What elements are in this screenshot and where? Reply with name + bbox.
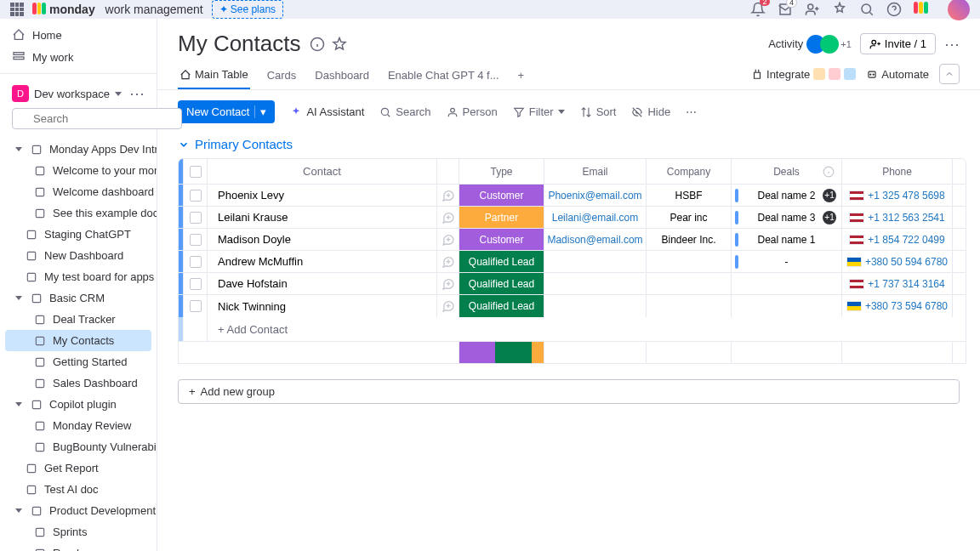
board-menu-icon[interactable]: ⋯ — [944, 35, 960, 54]
board-title[interactable]: My Contacts — [178, 31, 301, 57]
apps-marketplace-icon[interactable] — [832, 2, 847, 17]
row-checkbox[interactable] — [184, 207, 208, 228]
updates-icon[interactable] — [437, 295, 459, 317]
sidebar-item[interactable]: Sprints — [0, 521, 157, 542]
row-checkbox[interactable] — [184, 229, 208, 250]
type-cell[interactable]: Qualified Lead — [459, 273, 544, 294]
email-cell[interactable]: Leilani@email.com — [544, 207, 647, 228]
company-cell[interactable]: HSBF — [647, 185, 732, 206]
add-contact-row[interactable]: + Add Contact — [208, 317, 966, 341]
email-cell[interactable]: Madison@email.com — [544, 229, 647, 250]
row-checkbox[interactable] — [184, 251, 208, 272]
integrate-button[interactable]: Integrate — [751, 68, 856, 81]
sidebar-item[interactable]: Deal Tracker — [0, 309, 157, 330]
email-cell[interactable] — [544, 295, 647, 317]
updates-icon[interactable] — [437, 251, 459, 272]
table-row[interactable]: Madison DoyleCustomerMadison@email.comBi… — [179, 229, 966, 251]
tab-cards[interactable]: Cards — [265, 65, 299, 88]
contact-name-cell[interactable]: Madison Doyle — [208, 229, 437, 250]
type-cell[interactable]: Customer — [459, 185, 544, 206]
sidebar-item[interactable]: BugBounty Vulnerabiliti... — [0, 436, 157, 457]
table-row[interactable]: Dave HofstainQualified Lead+1 737 314 31… — [179, 273, 966, 295]
phone-cell[interactable]: +1 312 563 2541 — [842, 207, 953, 228]
tab-gpt[interactable]: Enable Chat GPT 4 f... — [386, 65, 501, 88]
group-header[interactable]: Primary Contacts — [157, 133, 980, 155]
sidebar-item[interactable]: Welcome to your mond... — [0, 160, 157, 181]
type-cell[interactable]: Partner — [459, 207, 544, 228]
email-cell[interactable] — [544, 251, 647, 272]
phone-cell[interactable]: +380 73 594 6780 — [842, 295, 953, 317]
search-icon[interactable] — [859, 2, 875, 17]
contact-name-cell[interactable]: Leilani Krause — [208, 207, 437, 228]
workspace-selector[interactable]: D Dev workspace ⋯ — [0, 79, 157, 108]
sidebar-item[interactable]: Basic CRM — [0, 287, 157, 309]
sort-button[interactable]: Sort — [580, 105, 617, 118]
row-checkbox[interactable] — [184, 295, 208, 317]
tab-dashboard[interactable]: Dashboard — [313, 65, 371, 88]
col-email[interactable]: Email — [544, 159, 647, 184]
search-button[interactable]: Search — [379, 105, 430, 118]
workspace-menu-icon[interactable]: ⋯ — [129, 84, 145, 103]
col-type[interactable]: Type — [459, 159, 544, 184]
contact-name-cell[interactable]: Dave Hofstain — [208, 273, 437, 294]
deals-cell[interactable] — [732, 295, 842, 317]
new-contact-button[interactable]: New Contact▾ — [178, 100, 275, 123]
ai-assistant-button[interactable]: AI Assistant — [290, 105, 364, 118]
sidebar-item[interactable]: Welcome dashboard — [0, 181, 157, 202]
email-cell[interactable] — [544, 273, 647, 294]
col-contact[interactable]: Contact — [208, 159, 437, 184]
apps-menu-icon[interactable] — [10, 3, 24, 16]
person-filter-button[interactable]: Person — [447, 105, 498, 118]
product-logo[interactable]: monday work management — [32, 3, 203, 16]
email-cell[interactable]: Phoenix@email.com — [544, 185, 647, 206]
deals-cell[interactable]: Deal name 3+1 — [732, 207, 842, 228]
board-subscribers[interactable]: +1 — [812, 35, 852, 54]
sidebar-item[interactable]: Roadmap — [0, 542, 157, 551]
table-row[interactable]: Nick TwinningQualified Lead+380 73 594 6… — [179, 295, 966, 317]
col-phone[interactable]: Phone — [842, 159, 953, 184]
sidebar-item[interactable]: Getting Started — [0, 351, 157, 372]
nav-mywork[interactable]: My work — [0, 46, 157, 68]
activity-label[interactable]: Activity — [768, 37, 803, 50]
collapse-header-button[interactable] — [939, 64, 960, 84]
phone-cell[interactable]: +1 854 722 0499 — [842, 229, 953, 250]
inbox-icon[interactable]: 4 — [778, 2, 793, 17]
notifications-icon[interactable]: 2 — [750, 2, 766, 17]
phone-cell[interactable]: +1 325 478 5698 — [842, 185, 953, 206]
help-icon[interactable] — [886, 2, 902, 17]
deals-cell[interactable] — [732, 273, 842, 294]
updates-icon[interactable] — [437, 229, 459, 250]
table-row[interactable]: Andrew McMuffinQualified Lead-+380 50 59… — [179, 251, 966, 273]
updates-icon[interactable] — [437, 185, 459, 206]
phone-cell[interactable]: +380 50 594 6780 — [842, 251, 953, 272]
updates-icon[interactable] — [437, 273, 459, 294]
sidebar-item[interactable]: Get Report — [0, 457, 157, 479]
invite-button[interactable]: Invite / 1 — [860, 33, 936, 54]
sidebar-item[interactable]: See this example doc 👇 — [0, 202, 157, 224]
phone-cell[interactable]: +1 737 314 3164 — [842, 273, 953, 294]
sidebar-item[interactable]: Product Development — [0, 500, 157, 521]
deals-cell[interactable]: - — [732, 251, 842, 272]
type-cell[interactable]: Qualified Lead — [459, 251, 544, 272]
info-icon[interactable] — [310, 37, 325, 52]
toolbar-menu-icon[interactable]: ⋯ — [686, 105, 697, 118]
sidebar-item[interactable]: Sales Dashboard — [0, 372, 157, 394]
sidebar-item[interactable]: New Dashboard — [0, 245, 157, 266]
type-cell[interactable]: Qualified Lead — [459, 295, 544, 317]
contact-name-cell[interactable]: Nick Twinning — [208, 295, 437, 317]
company-cell[interactable]: Bindeer Inc. — [647, 229, 732, 250]
monday-logo-icon[interactable] — [914, 2, 936, 17]
deals-cell[interactable]: Deal name 2+1 — [732, 185, 842, 206]
company-cell[interactable] — [647, 273, 732, 294]
table-row[interactable]: Leilani KrausePartnerLeilani@email.comPe… — [179, 207, 966, 229]
sidebar-item[interactable]: Test AI doc — [0, 479, 157, 500]
sidebar-item[interactable]: Monday Review — [0, 415, 157, 436]
automate-button[interactable]: Automate — [866, 68, 929, 81]
sidebar-item[interactable]: My Contacts — [5, 330, 151, 351]
sidebar-item[interactable]: Staging ChatGPT — [0, 224, 157, 245]
select-all-checkbox[interactable] — [184, 159, 208, 184]
col-company[interactable]: Company — [647, 159, 732, 184]
chevron-down-icon[interactable]: ▾ — [254, 105, 266, 118]
company-cell[interactable] — [647, 295, 732, 317]
company-cell[interactable]: Pear inc — [647, 207, 732, 228]
